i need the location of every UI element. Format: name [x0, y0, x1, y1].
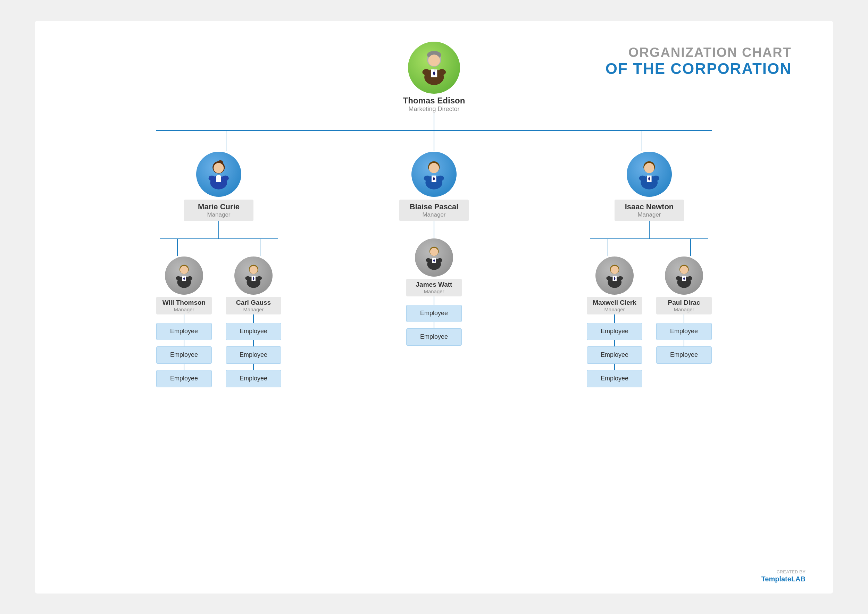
top-role: Marketing Director	[403, 105, 465, 113]
maxwell-role: Manager	[591, 307, 638, 312]
svg-point-58	[606, 276, 612, 281]
svg-point-26	[249, 266, 257, 274]
title-area: ORGANIZATION CHART OF THE CORPORATION	[606, 45, 792, 78]
title-line1: ORGANIZATION CHART	[606, 45, 792, 60]
james-emp-2: Employee	[406, 328, 462, 346]
created-by-label: CREATED BY	[761, 569, 806, 574]
paul-avatar	[665, 256, 703, 295]
svg-point-61	[680, 266, 688, 274]
top-name: Thomas Edison	[403, 96, 465, 105]
marie-role: Manager	[191, 211, 247, 218]
marie-left-drop	[177, 239, 178, 256]
james-emp-1: Employee	[406, 305, 462, 322]
carl-avatar	[234, 256, 273, 295]
paul-name: Paul Dirac	[660, 299, 708, 307]
l3-paul: Paul Dirac Manager Employee Employee	[656, 256, 712, 364]
will-avatar	[165, 256, 203, 295]
blaise-name: Blaise Pascal	[406, 202, 462, 211]
watermark: CREATED BY TemplateLAB	[761, 569, 806, 583]
brand-lab: LAB	[791, 575, 806, 583]
paul-emp-1: Employee	[656, 323, 712, 340]
will-emp-3: Employee	[156, 370, 212, 388]
svg-point-54	[610, 266, 618, 274]
maxwell-name: Maxwell Clerk	[591, 299, 638, 307]
svg-point-51	[639, 175, 646, 181]
isaac-namebox: Isaac Newton Manager	[615, 200, 684, 221]
l3-carl: Carl Gauss Manager Employee Employee	[226, 256, 281, 388]
l2-h-connector	[156, 130, 712, 131]
l2-left-drop	[226, 130, 227, 151]
svg-point-52	[653, 175, 660, 181]
james-person-icon	[420, 243, 449, 272]
will-emp-connector	[184, 315, 184, 323]
svg-point-23	[176, 276, 181, 281]
isaac-right-drop	[690, 239, 691, 256]
brand-template: TemplateLAB	[761, 575, 806, 583]
top-person-icon	[415, 48, 454, 87]
svg-point-15	[216, 175, 222, 178]
james-namebox: James Watt Manager	[406, 279, 462, 296]
blaise-namebox: Blaise Pascal Manager	[399, 200, 469, 221]
svg-point-16	[209, 175, 216, 181]
org-chart: Thomas Edison Marketing Director	[62, 42, 806, 388]
svg-point-24	[187, 276, 193, 281]
james-role: Manager	[410, 288, 458, 294]
svg-point-12	[214, 163, 224, 173]
blaise-v-connector	[434, 221, 434, 239]
marie-v-connector	[218, 221, 219, 239]
svg-point-45	[437, 258, 443, 262]
blaise-role: Manager	[406, 211, 462, 218]
svg-point-19	[180, 266, 188, 274]
carl-emp-1: Employee	[226, 323, 281, 340]
svg-point-31	[256, 276, 262, 281]
maxwell-namebox: Maxwell Clerk Manager	[587, 297, 642, 315]
svg-point-17	[222, 175, 229, 181]
svg-point-59	[618, 276, 623, 281]
top-node: Thomas Edison Marketing Director	[403, 42, 465, 113]
marie-name: Marie Curie	[191, 202, 247, 211]
carl-person-icon	[239, 261, 268, 290]
l2-center-drop	[434, 130, 434, 151]
will-role: Manager	[160, 307, 208, 312]
carl-name: Carl Gauss	[230, 299, 277, 307]
isaac-avatar	[627, 152, 672, 197]
l3-james: James Watt Manager Employee Employee	[406, 239, 462, 346]
paul-person-icon	[670, 261, 699, 290]
svg-point-37	[424, 175, 431, 181]
l2-node-marie: Marie Curie Manager	[121, 152, 316, 388]
top-v-connector	[434, 113, 434, 130]
will-emp-1: Employee	[156, 323, 212, 340]
l3-will: Will Thomson Manager Employee Employee	[156, 256, 212, 388]
marie-person-icon	[202, 157, 236, 191]
svg-point-30	[245, 276, 250, 281]
marie-namebox: Marie Curie Manager	[184, 200, 253, 221]
svg-point-47	[644, 163, 654, 173]
maxwell-avatar	[595, 256, 634, 295]
will-namebox: Will Thomson Manager	[156, 297, 212, 315]
marie-children: Will Thomson Manager Employee Employee	[156, 256, 281, 388]
james-name: James Watt	[410, 281, 458, 288]
maxwell-emp-3: Employee	[587, 370, 642, 388]
marie-h-branch	[160, 239, 278, 239]
svg-point-66	[687, 276, 692, 281]
will-person-icon	[170, 261, 199, 290]
l2-node-blaise: Blaise Pascal Manager	[368, 152, 500, 346]
maxwell-emp-2: Employee	[587, 346, 642, 364]
carl-emp-3: Employee	[226, 370, 281, 388]
blaise-avatar	[411, 152, 457, 197]
will-name: Will Thomson	[160, 299, 208, 307]
james-avatar	[415, 239, 453, 277]
svg-point-33	[429, 163, 439, 173]
svg-point-65	[675, 276, 681, 281]
paul-namebox: Paul Dirac Manager	[656, 297, 712, 315]
isaac-h-branch	[590, 239, 708, 239]
level2-row: Marie Curie Manager	[121, 152, 747, 388]
svg-point-44	[425, 258, 431, 262]
isaac-v-connector	[649, 221, 650, 239]
page: ORGANIZATION CHART OF THE CORPORATION CR…	[35, 21, 833, 594]
svg-point-38	[438, 175, 444, 181]
l2-node-isaac: Isaac Newton Manager	[552, 152, 747, 388]
maxwell-person-icon	[600, 261, 629, 290]
carl-namebox: Carl Gauss Manager	[226, 297, 281, 315]
l3-maxwell: Maxwell Clerk Manager Employee Employee	[587, 256, 642, 388]
